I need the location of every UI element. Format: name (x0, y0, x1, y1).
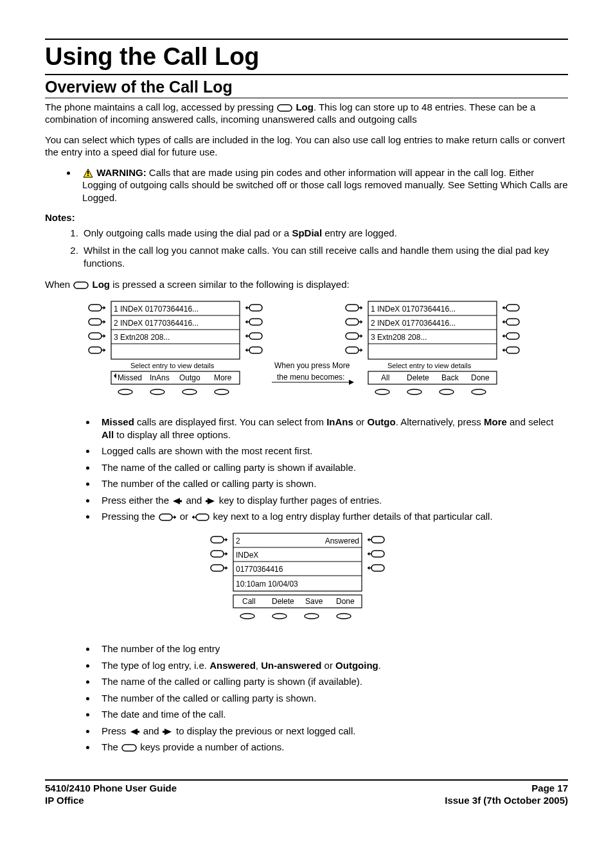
fig1-soft-missed: Missed (118, 373, 142, 382)
fig1-row2: 2 INDeX 01770364416... (114, 319, 199, 328)
arrow-right-icon (206, 497, 216, 505)
bullet-b2: The type of log entry, i.e. Answered, Un… (96, 659, 568, 672)
fig1-row1: 1 INDeX 01707364416... (114, 305, 199, 314)
footer-product: IP Office (45, 794, 177, 807)
intro-paragraph-1: The phone maintains a call log, accessed… (45, 101, 568, 126)
bullet-a3: The name of the called or calling party … (96, 461, 568, 474)
lozenge-icon (121, 744, 137, 752)
arrow-left-icon (172, 497, 182, 505)
fig1-soft-outgo: Outgo (179, 373, 200, 382)
bullet-b6: Press and to display the previous or nex… (96, 725, 568, 738)
fig2-l1a: 2 (236, 536, 240, 545)
arrow-left-icon (130, 728, 140, 736)
warning-icon (83, 168, 93, 178)
fig2-soft-delete: Delete (272, 597, 294, 606)
bullet-b3: The name of the called or calling party … (96, 675, 568, 688)
figure-call-detail-screen: 2 Answered INDeX 01770364416 10:10am 10/… (45, 531, 568, 637)
notes-heading: Notes: (45, 211, 568, 224)
fig1r-prompt: Select entry to view details (387, 362, 472, 369)
warning-item: WARNING: Calls that are made using pin c… (77, 166, 568, 204)
fig1-soft-done: Done (471, 373, 490, 382)
lozenge-left-icon (191, 513, 209, 521)
section-title: Overview of the Call Log (45, 76, 568, 98)
fig1r-row2: 2 INDeX 01770364416... (371, 319, 456, 328)
fig2-l2: INDeX (236, 551, 258, 560)
fig2-l4: 10:10am 10/04/03 (236, 580, 298, 589)
figure-call-log-screens: 1 INDeX 01707364416... 2 INDeX 017703644… (45, 299, 568, 411)
footer-page-number: Page 17 (445, 782, 568, 795)
fig2-l3: 01770364416 (236, 565, 283, 574)
bullet-a5: Press either the and key to display furt… (96, 494, 568, 507)
page-title: Using the Call Log (45, 39, 568, 75)
fig1r-row1: 1 INDeX 01707364416... (371, 305, 456, 314)
bullet-b1: The number of the log entry (96, 642, 568, 655)
fig2-l1b: Answered (325, 536, 359, 545)
lozenge-icon (277, 104, 292, 112)
bullet-b5: The date and time of the call. (96, 708, 568, 721)
note-1: Only outgoing calls made using the dial … (81, 227, 568, 240)
fig1-mid1: When you press More (274, 361, 350, 370)
bullet-a2: Logged calls are shown with the most rec… (96, 445, 568, 457)
svg-marker-22 (349, 380, 354, 385)
lozenge-right-icon (159, 513, 177, 521)
fig1-soft-more: More (214, 373, 232, 382)
footer-issue: Issue 3f (7th October 2005) (445, 794, 568, 807)
fig1-row3: 3 Extn208 208... (114, 333, 170, 342)
fig2-soft-save: Save (305, 597, 323, 606)
fig1-soft-delete: Delete (407, 373, 429, 382)
bullet-b4: The number of the called or calling part… (96, 692, 568, 705)
fig1-soft-inans: InAns (150, 373, 170, 382)
bullet-a6: Pressing the or key next to a log entry … (96, 510, 568, 523)
fig2-soft-done: Done (336, 597, 355, 606)
when-paragraph: When Log is pressed a screen similar to … (45, 278, 568, 291)
fig1-soft-back: Back (441, 373, 459, 382)
fig1-prompt-l: Select entry to view details (130, 362, 215, 369)
fig1-mid2: the menu becomes: (277, 373, 344, 382)
arrow-right-icon (163, 728, 173, 736)
bullet-a4: The number of the called or calling part… (96, 477, 568, 490)
fig1r-row3: 3 Extn208 208... (371, 333, 427, 342)
lozenge-icon (73, 281, 89, 289)
bullet-b7: The keys provide a number of actions. (96, 741, 568, 754)
page-footer: 5410/2410 Phone User Guide IP Office Pag… (45, 779, 568, 807)
footer-guide-name: 5410/2410 Phone User Guide (45, 782, 177, 795)
fig1-soft-all: All (381, 373, 389, 382)
note-2: Whilst in the call log you cannot make c… (81, 244, 568, 269)
intro-paragraph-2: You can select which types of calls are … (45, 134, 568, 159)
bullet-a1: Missed calls are displayed first. You ca… (96, 416, 568, 441)
fig2-soft-call: Call (242, 597, 256, 606)
